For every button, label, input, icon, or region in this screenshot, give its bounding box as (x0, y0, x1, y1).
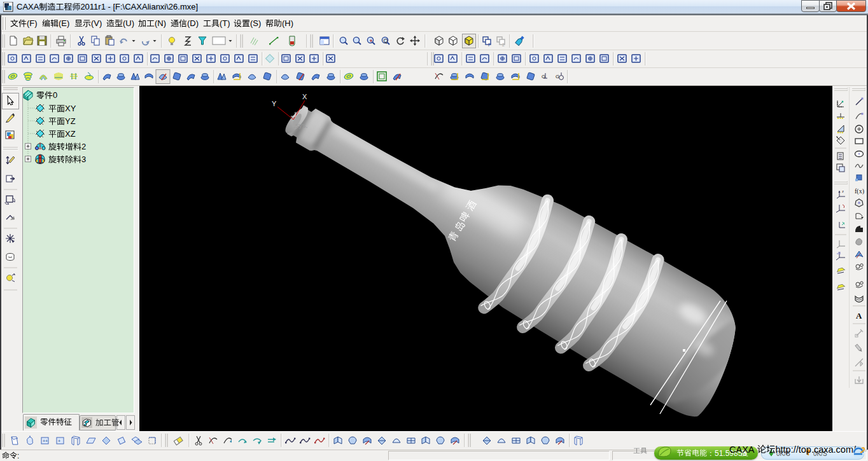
svg-text:(E): (E) (59, 18, 69, 28)
svg-text:(U): (U) (123, 18, 134, 28)
svg-text:XZ: XZ (65, 129, 76, 139)
svg-text:G: G (556, 74, 559, 79)
svg-text:(H): (H) (282, 18, 293, 28)
svg-text:3: 3 (81, 155, 86, 164)
svg-text:http://top.caxa.com/: http://top.caxa.com/ (776, 444, 857, 455)
svg-text::: : (17, 451, 19, 460)
svg-text:.sys.: .sys. (293, 121, 308, 129)
svg-text:G: G (542, 74, 545, 79)
svg-text:(F): (F) (27, 18, 38, 28)
svg-text:2: 2 (502, 43, 505, 47)
svg-text:X: X (302, 93, 307, 100)
svg-text:(V): (V) (91, 18, 102, 28)
svg-text:A: A (856, 311, 862, 320)
svg-text:++: ++ (43, 439, 48, 443)
svg-text:CAXA: CAXA (729, 444, 755, 455)
svg-text:f(x): f(x) (855, 188, 864, 195)
svg-text:2011r1 - [F:\CAXAlianxi\26.mxe: 2011r1 - [F:\CAXAlianxi\26.mxe] (80, 2, 198, 11)
svg-text:CAXA: CAXA (17, 2, 39, 11)
svg-text:(S): (S) (250, 18, 261, 28)
svg-text:Q: Q (384, 38, 388, 44)
svg-text:(N): (N) (155, 18, 166, 28)
svg-text:(D): (D) (187, 18, 199, 28)
svg-text:(T): (T) (220, 18, 230, 28)
svg-text:z: z (842, 189, 844, 193)
svg-text:F: F (488, 43, 491, 47)
svg-text:0: 0 (53, 90, 57, 100)
svg-text:2: 2 (81, 142, 86, 151)
svg-text:XY: XY (65, 104, 76, 113)
svg-text:+: + (58, 439, 60, 443)
svg-text:YZ: YZ (65, 116, 76, 126)
svg-text:Y: Y (272, 100, 277, 107)
